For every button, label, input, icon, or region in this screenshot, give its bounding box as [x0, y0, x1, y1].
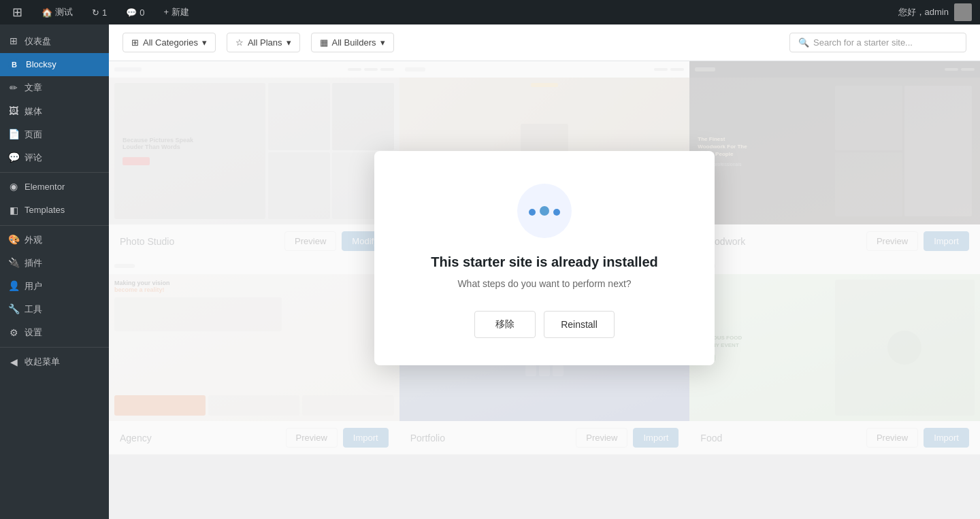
content-area: ⊞ All Categories ▾ ☆ All Plans ▾ ▦ All B… [109, 24, 980, 519]
star-icon: ☆ [235, 37, 244, 48]
builders-label: All Builders [332, 37, 376, 48]
sidebar-item-pages[interactable]: 📄 页面 [0, 123, 109, 146]
remove-button[interactable]: 移除 [474, 311, 536, 338]
sidebar-item-elementor[interactable]: ◉ Elementor [0, 175, 109, 199]
sidebar-label-plugins: 插件 [24, 257, 42, 269]
comments-icon: 💬 [126, 7, 137, 18]
tools-icon: 🔧 [8, 304, 19, 315]
wp-logo[interactable]: ⊞ [8, 0, 27, 24]
sidebar-item-settings[interactable]: ⚙ 设置 [0, 321, 109, 344]
dot-3 [553, 209, 560, 216]
sidebar-item-media[interactable]: 🖼 媒体 [0, 100, 109, 123]
categories-label: All Categories [143, 37, 198, 48]
modal-description: What steps do you want to perform next? [407, 278, 682, 289]
new-item-label: + 新建 [163, 6, 189, 18]
search-icon: 🔍 [798, 37, 809, 48]
admin-bar: ⊞ 🏠 测试 ↻ 1 💬 0 + 新建 您好，admin [0, 0, 980, 24]
sidebar-label-elementor: Elementor [24, 181, 65, 193]
avatar[interactable] [954, 3, 972, 21]
chevron-down-icon-2: ▾ [287, 37, 291, 48]
home-icon: 🏠 [42, 7, 52, 18]
dot-1 [529, 209, 536, 216]
comments-icon: 💬 [8, 152, 19, 163]
chevron-down-icon: ▾ [202, 37, 207, 48]
appearance-icon: 🎨 [8, 235, 19, 246]
updates-bar-item[interactable]: ↻ 1 [88, 0, 111, 24]
templates-container: Because Pictures SpeakLouder Than Words [109, 61, 980, 454]
modal-title: This starter site is already installed [407, 254, 682, 270]
chevron-down-icon-3: ▾ [380, 37, 385, 48]
modal-icon-circle [517, 184, 572, 238]
sidebar-label-templates: Templates [24, 204, 65, 216]
modal-actions: 移除 Reinstall [407, 311, 682, 338]
updates-icon: ↻ [92, 7, 99, 18]
site-name: 测试 [55, 6, 73, 18]
sidebar-label-media: 媒体 [24, 105, 42, 118]
sidebar-divider-1 [0, 172, 109, 173]
pages-icon: 📄 [8, 129, 19, 140]
modal-dialog: This starter site is already installed W… [374, 151, 715, 365]
search-box[interactable]: 🔍 Search for a starter site... [789, 33, 966, 52]
sidebar-item-dashboard[interactable]: ⊞ 仪表盘 [0, 30, 109, 53]
sidebar-item-appearance[interactable]: 🎨 外观 [0, 229, 109, 252]
blocksy-icon: B [8, 58, 20, 71]
sidebar-label-pages: 页面 [24, 129, 42, 141]
plugins-icon: 🔌 [8, 258, 19, 269]
greeting-text: 您好，admin [898, 6, 949, 18]
new-item-bar-item[interactable]: + 新建 [159, 0, 193, 24]
modal-overlay: This starter site is already installed W… [109, 61, 980, 454]
settings-icon: ⚙ [8, 327, 19, 338]
sidebar: ⊞ 仪表盘 B Blocksy ✏ 文章 🖼 媒体 📄 页面 💬 评论 ◉ El… [0, 24, 109, 519]
posts-icon: ✏ [8, 82, 19, 93]
sidebar-label-comments: 评论 [24, 152, 42, 164]
sidebar-divider-3 [0, 347, 109, 348]
sidebar-label-blocksy: Blocksy [26, 58, 56, 71]
wp-icon: ⊞ [12, 5, 22, 20]
main-layout: ⊞ 仪表盘 B Blocksy ✏ 文章 🖼 媒体 📄 页面 💬 评论 ◉ El… [0, 24, 980, 519]
sidebar-label-users: 用户 [24, 280, 42, 292]
sidebar-label-posts: 文章 [24, 82, 42, 94]
dot-2 [540, 206, 549, 216]
sidebar-item-comments[interactable]: 💬 评论 [0, 146, 109, 169]
sidebar-item-posts[interactable]: ✏ 文章 [0, 76, 109, 99]
sidebar-label-collapse: 收起菜单 [24, 356, 60, 368]
plans-label: All Plans [248, 37, 282, 48]
builders-filter[interactable]: ▦ All Builders ▾ [311, 33, 394, 52]
plans-filter[interactable]: ☆ All Plans ▾ [227, 33, 300, 52]
sidebar-divider-2 [0, 225, 109, 226]
sidebar-label-settings: 设置 [24, 327, 42, 339]
elementor-icon: ◉ [8, 182, 19, 192]
comments-bar-item[interactable]: 💬 0 [122, 0, 148, 24]
layout-icon: ▦ [320, 37, 328, 48]
collapse-icon: ◀ [8, 357, 19, 368]
sidebar-label-tools: 工具 [24, 303, 42, 316]
sidebar-item-collapse[interactable]: ◀ 收起菜单 [0, 350, 109, 373]
site-name-bar-item[interactable]: 🏠 测试 [37, 0, 77, 24]
sidebar-item-tools[interactable]: 🔧 工具 [0, 298, 109, 321]
reinstall-button[interactable]: Reinstall [544, 311, 615, 338]
users-icon: 👤 [8, 281, 19, 292]
templates-icon: ◧ [8, 205, 19, 216]
dashboard-icon: ⊞ [8, 36, 19, 47]
sidebar-item-blocksy[interactable]: B Blocksy [0, 53, 109, 76]
sidebar-item-users[interactable]: 👤 用户 [0, 275, 109, 298]
admin-bar-right: 您好，admin [898, 3, 972, 21]
sidebar-item-templates[interactable]: ◧ Templates [0, 199, 109, 222]
search-placeholder: Search for a starter site... [813, 37, 913, 48]
sidebar-label-dashboard: 仪表盘 [24, 35, 51, 48]
dots-loading-icon [529, 206, 560, 216]
media-icon: 🖼 [8, 106, 19, 117]
categories-filter[interactable]: ⊞ All Categories ▾ [122, 33, 216, 52]
filter-header: ⊞ All Categories ▾ ☆ All Plans ▾ ▦ All B… [109, 24, 980, 61]
updates-count: 1 [102, 7, 107, 18]
sidebar-item-plugins[interactable]: 🔌 插件 [0, 252, 109, 275]
grid-icon: ⊞ [131, 37, 139, 48]
sidebar-label-appearance: 外观 [24, 234, 42, 246]
comments-count: 0 [140, 7, 144, 18]
